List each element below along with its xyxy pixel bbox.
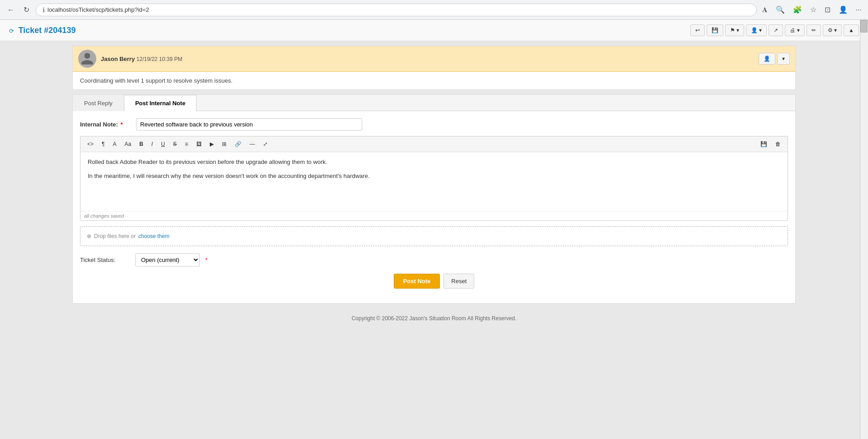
ticket-refresh-icon[interactable]: ⟳ — [9, 28, 14, 34]
avatar — [78, 50, 96, 68]
content-area: Jason Berry 12/19/22 10:39 PM 👤 ▾ Coordi… — [0, 41, 868, 308]
collections-btn[interactable]: ⊡ — [823, 4, 832, 16]
editor-wrapper: <> ¶ A Aa B I U S ≡ 🖼 ▶ ⊞ 🔗 — — [80, 136, 788, 221]
print-action-btn[interactable]: 🖨 ▾ — [785, 24, 804, 36]
editor-toolbar: <> ¶ A Aa B I U S ≡ 🖼 ▶ ⊞ 🔗 — — [80, 136, 788, 152]
comment-header: Jason Berry 12/19/22 10:39 PM 👤 ▾ — [73, 46, 795, 72]
reply-action-btn[interactable]: ↩ — [690, 24, 705, 36]
toolbar-image-btn[interactable]: 🖼 — [193, 139, 205, 149]
refresh-button[interactable]: ↻ — [21, 4, 32, 16]
internal-note-label-text: Internal Note: — [80, 121, 118, 128]
toolbar-bold-btn[interactable]: B — [136, 139, 146, 149]
page-wrapper: ⟳ Ticket #204139 ↩ 💾 ⚑ ▾ 👤 ▾ ↗ 🖨 ▾ ✏ ⚙ ▾… — [0, 20, 868, 439]
post-note-button[interactable]: Post Note — [394, 274, 440, 289]
info-icon: ℹ — [42, 6, 45, 14]
ticket-title: Ticket #204139 — [19, 26, 76, 35]
note-title-field: (function(){ var d = JSON.parse(document… — [136, 118, 788, 131]
toolbar-delete-btn[interactable]: 🗑 — [772, 139, 784, 149]
dropzone-choose-link[interactable]: choose them — [138, 233, 170, 239]
reset-button[interactable]: Reset — [443, 274, 474, 289]
page-footer: Copyright © 2006-2022 Jason's Situation … — [0, 308, 868, 329]
toolbar-underline-btn[interactable]: U — [158, 139, 168, 149]
comment-header-actions: 👤 ▾ — [759, 53, 790, 65]
ticket-title-wrapper: ⟳ Ticket #204139 — [9, 26, 75, 35]
comment-author-name: Jason Berry — [101, 56, 135, 62]
footer-text: Copyright © 2006-2022 Jason's Situation … — [352, 315, 517, 322]
user-avatar-icon — [80, 51, 94, 66]
toolbar-expand-btn[interactable]: ⤢ — [260, 139, 271, 149]
scroll-up-btn[interactable]: ▲ — [844, 24, 859, 36]
required-marker: * — [120, 121, 123, 128]
note-title-input[interactable] — [136, 118, 362, 131]
status-required-marker: * — [205, 257, 208, 263]
search-btn[interactable]: 🔍 — [774, 4, 787, 16]
toolbar-paragraph-btn[interactable]: ¶ — [99, 139, 108, 149]
toolbar-video-btn[interactable]: ▶ — [207, 139, 217, 149]
edit-action-btn[interactable]: ✏ — [807, 24, 821, 36]
tab-post-reply[interactable]: Post Reply — [73, 95, 124, 111]
settings-action-btn[interactable]: ⚙ ▾ — [823, 24, 842, 36]
drop-zone[interactable]: ⊕ Drop files here or choose them — [80, 226, 788, 246]
toolbar-strikethrough-btn[interactable]: S — [170, 139, 180, 149]
ticket-actions: ↩ 💾 ⚑ ▾ 👤 ▾ ↗ 🖨 ▾ ✏ ⚙ ▾ ▲ — [690, 24, 859, 36]
flag-action-btn[interactable]: ⚑ ▾ — [725, 24, 744, 36]
profile-btn[interactable]: 👤 — [837, 4, 849, 16]
toolbar-right: 💾 🗑 — [757, 139, 784, 149]
editor-status: all changes saved — [80, 211, 788, 220]
toolbar-save-draft-btn[interactable]: 💾 — [757, 139, 770, 149]
comment-dropdown-btn[interactable]: ▾ — [777, 53, 790, 65]
comment-author: Jason Berry 12/19/22 10:39 PM — [78, 50, 182, 68]
status-label: Ticket Status: — [80, 257, 130, 263]
more-btn[interactable]: ··· — [854, 4, 863, 16]
save-action-btn[interactable]: 💾 — [707, 24, 723, 36]
transfer-action-btn[interactable]: ↗ — [769, 24, 783, 36]
toolbar-font-size-btn[interactable]: Aa — [121, 139, 134, 149]
toolbar-link-btn[interactable]: 🔗 — [231, 139, 245, 149]
editor-line-1: Rolled back Adobe Reader to its previous… — [88, 158, 780, 167]
dropzone-icon: ⊕ — [87, 233, 91, 239]
dropzone-text-prefix: Drop files here or — [94, 233, 136, 239]
ticket-status-select[interactable]: Open (current) Resolved Closed — [135, 253, 200, 266]
browser-chrome: ← ↻ ℹ localhost/osTicket/scp/tickets.php… — [0, 0, 868, 20]
toolbar-hr-btn[interactable]: — — [246, 139, 258, 149]
comment-author-info: Jason Berry 12/19/22 10:39 PM — [101, 56, 182, 62]
form-content: Internal Note: * (function(){ var d = JS… — [73, 111, 795, 303]
tab-section: Post Reply Post Internal Note Internal N… — [72, 94, 796, 304]
toolbar-table-btn[interactable]: ⊞ — [219, 139, 230, 149]
address-bar[interactable]: ℹ localhost/osTicket/scp/tickets.php?id=… — [36, 4, 757, 16]
toolbar-italic-btn[interactable]: I — [148, 139, 156, 149]
tab-post-internal-note[interactable]: Post Internal Note — [124, 95, 197, 111]
browser-right-icons: 𝐀 🔍 🧩 ☆ ⊡ 👤 ··· — [760, 4, 863, 16]
action-buttons: Post Note Reset — [80, 274, 788, 296]
toolbar-code-btn[interactable]: <> — [84, 139, 97, 149]
toolbar-list-btn[interactable]: ≡ — [182, 139, 191, 149]
editor-line-2: In the meantime, I will research why the… — [88, 172, 780, 181]
reader-mode-btn[interactable]: 𝐀 — [760, 4, 769, 16]
comment-body: Coordinating with level 1 support to res… — [73, 72, 795, 89]
favorites-btn[interactable]: ☆ — [808, 4, 818, 16]
toolbar-format-a-btn[interactable]: A — [109, 139, 119, 149]
extensions-btn[interactable]: 🧩 — [791, 4, 804, 16]
editor-body[interactable]: Rolled back Adobe Reader to its previous… — [80, 152, 788, 211]
internal-note-label: Internal Note: * — [80, 118, 130, 128]
comment-posted-date: 12/19/22 10:39 PM — [137, 56, 182, 62]
back-button[interactable]: ← — [5, 4, 17, 16]
address-text: localhost/osTicket/scp/tickets.php?id=2 — [47, 6, 149, 13]
assign-action-btn[interactable]: 👤 ▾ — [746, 24, 767, 36]
ticket-header: ⟳ Ticket #204139 ↩ 💾 ⚑ ▾ 👤 ▾ ↗ 🖨 ▾ ✏ ⚙ ▾… — [0, 20, 868, 41]
comment-block: Jason Berry 12/19/22 10:39 PM 👤 ▾ Coordi… — [72, 46, 796, 90]
scrollbar-thumb[interactable] — [860, 20, 868, 33]
scrollbar-track: ▲ — [860, 20, 868, 439]
status-row: Ticket Status: Open (current) Resolved C… — [80, 253, 788, 266]
note-title-row: Internal Note: * (function(){ var d = JS… — [80, 118, 788, 131]
comment-text: Coordinating with level 1 support to res… — [80, 77, 232, 84]
comment-user-btn[interactable]: 👤 — [759, 53, 775, 65]
tab-bar: Post Reply Post Internal Note — [73, 95, 795, 111]
